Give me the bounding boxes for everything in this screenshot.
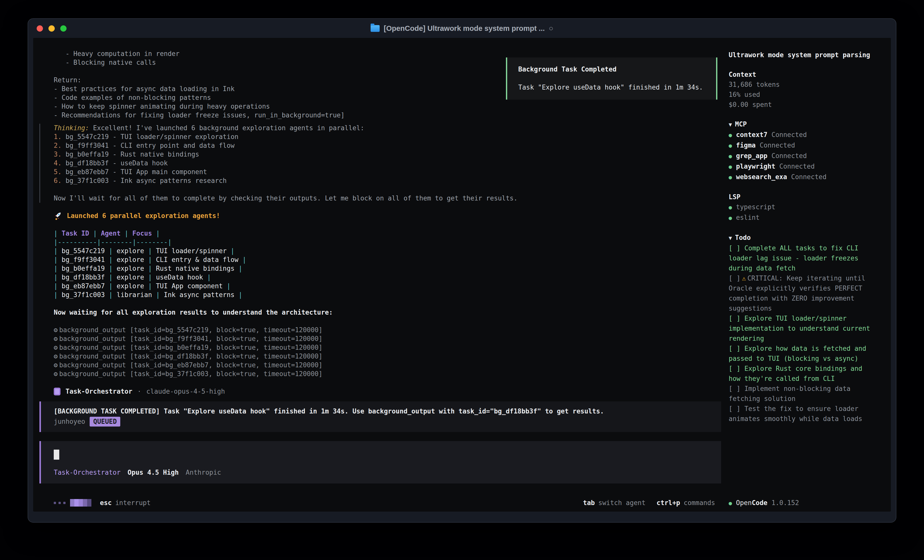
todo-item: [ ] Test the fix to ensure loader animat…	[729, 404, 878, 424]
composer-agent[interactable]: Task-Orchestrator	[54, 468, 120, 477]
queued-user: junhoyeo	[54, 417, 85, 426]
composer-model[interactable]: Opus 4.5 High	[128, 468, 179, 477]
tool-call-list: ⚙background_output [task_id=bg_5547c219,…	[54, 326, 721, 378]
table-row: |bg_5547c219|explore|TUI loader/spinner|	[54, 247, 721, 255]
chevron-down-icon[interactable]: ▼	[729, 235, 732, 241]
transcript-pane[interactable]: - Heavy computation in render - Blocking…	[33, 38, 721, 512]
thinking-item: 3. bg_b0effa19 - Rust native bindings	[54, 150, 721, 159]
brand: OpenCode	[736, 499, 767, 506]
gear-icon: ⚙	[54, 335, 58, 343]
thinking-intro: Thinking: Excellent! I've launched 6 bac…	[54, 124, 721, 132]
text-cursor	[54, 449, 59, 460]
lsp-entry: ●eslint	[729, 213, 890, 223]
context-section: Context 31,686 tokens 16% used $0.00 spe…	[729, 69, 890, 110]
tool-call: ⚙background_output [task_id=bg_f9ff3041,…	[54, 334, 721, 343]
terminal-content: - Heavy computation in render - Blocking…	[33, 38, 891, 512]
mcp-entry: ●context7Connected	[729, 130, 890, 140]
mcp-entry: ●websearch_exaConnected	[729, 172, 890, 183]
status-bar: esc interrupt tab switch agent ctrl+p co…	[54, 499, 715, 506]
table-header: Focus	[128, 229, 156, 237]
background-task-toast[interactable]: Background Task Completed Task "Explore …	[506, 57, 717, 100]
title-bar: [OpenCode] Ultrawork mode system prompt …	[28, 19, 896, 38]
table-header: Task ID	[58, 229, 93, 237]
gear-icon: ⚙	[54, 352, 58, 360]
working-spinner	[54, 499, 92, 506]
terminal-window: [OpenCode] Ultrawork mode system prompt …	[28, 18, 896, 523]
prompt-input[interactable]: Task-Orchestrator Opus 4.5 High Anthropi…	[39, 441, 721, 484]
thinking-block: Thinking: Excellent! I've launched 6 bac…	[39, 124, 721, 203]
launch-banner-text: Launched 6 parallel exploration agents!	[67, 211, 220, 220]
mcp-entry: ●playwrightConnected	[729, 161, 890, 172]
commands-hint: ctrl+p commands	[657, 499, 715, 506]
tool-call: ⚙background_output [task_id=bg_b0effa19,…	[54, 343, 721, 352]
tool-call: ⚙background_output [task_id=bg_eb87ebb7,…	[54, 361, 721, 370]
context-spent: $0.00 spent	[729, 100, 890, 110]
window-title: [OpenCode] Ultrawork mode system prompt …	[370, 24, 553, 33]
lsp-heading: LSP	[729, 192, 890, 202]
agent-icon	[54, 388, 60, 395]
todo-heading[interactable]: ▼Todo	[729, 232, 890, 243]
lsp-entry: ●typescript	[729, 202, 890, 213]
gear-icon: ⚙	[54, 344, 58, 351]
background-completed-text: [BACKGROUND TASK COMPLETED] Task "Explor…	[54, 407, 714, 416]
todo-item: [ ] Explore TUI loader/spinner implement…	[729, 313, 878, 343]
context-tokens: 31,686 tokens	[729, 79, 890, 90]
transcript-line: - Heavy computation in render	[54, 49, 721, 58]
chevron-down-icon[interactable]: ▼	[729, 121, 732, 128]
rocket-icon	[54, 212, 62, 220]
folder-icon	[370, 25, 380, 32]
tool-call: ⚙background_output [task_id=bg_37f1c003,…	[54, 370, 721, 378]
version-number: 1.0.152	[772, 499, 799, 506]
table-separator: |----------|--------|--------|	[54, 238, 721, 247]
context-heading: Context	[729, 69, 890, 79]
todo-list: [ ] Complete ALL tasks to fix CLI loader…	[729, 243, 878, 424]
status-dot-icon: ●	[729, 202, 732, 213]
table-row: |bg_df18bb3f|explore|useData hook|	[54, 273, 721, 282]
waiting-line: Now waiting for all exploration results …	[54, 308, 721, 317]
background-completed-message: [BACKGROUND TASK COMPLETED] Task "Explor…	[39, 401, 721, 432]
todo-section: ▼Todo [ ] Complete ALL tasks to fix CLI …	[729, 232, 890, 424]
app-version: ● OpenCode 1.0.152	[729, 499, 799, 506]
status-dot-icon: ●	[729, 151, 732, 161]
todo-item: [ ] Complete ALL tasks to fix CLI loader…	[729, 243, 878, 273]
gear-icon: ⚙	[54, 370, 58, 377]
thinking-item: 5. bg_eb87ebb7 - TUI App main component	[54, 168, 721, 177]
composer-provider: Anthropic	[186, 468, 221, 477]
transcript-line: - How to keep spinner animating during h…	[54, 102, 721, 111]
window-title-text: [OpenCode] Ultrawork mode system prompt …	[384, 24, 544, 33]
mcp-entry: ●grep_appConnected	[729, 151, 890, 161]
thinking-label: Thinking:	[54, 124, 89, 132]
close-button[interactable]	[37, 25, 43, 31]
context-used: 16% used	[729, 90, 890, 100]
mcp-heading[interactable]: ▼MCP	[729, 119, 890, 130]
agent-status-line: Task-Orchestrator · claude-opus-4-5-high	[54, 387, 721, 396]
todo-item: [ ] Explore Rust core bindings and how t…	[729, 364, 878, 383]
zoom-button[interactable]	[60, 25, 66, 31]
gear-icon: ⚙	[54, 361, 58, 369]
toast-title: Background Task Completed	[518, 65, 716, 74]
minimize-button[interactable]	[48, 25, 55, 31]
agent-name: Task-Orchestrator	[66, 387, 132, 396]
status-dot-icon: ●	[729, 130, 732, 140]
status-dot-icon: ●	[729, 162, 732, 172]
status-dot-icon: ●	[729, 172, 732, 183]
todo-item: [ ] Explore how data is fetched and pass…	[729, 343, 878, 364]
sidebar: Ultrawork mode system prompt parsing Con…	[729, 38, 890, 512]
table-header-row: |Task ID|Agent|Focus|	[54, 229, 721, 238]
proxy-circle-icon: ○	[549, 24, 554, 33]
warning-icon: ⚠	[742, 274, 746, 282]
dot-separator: ·	[137, 387, 141, 396]
thinking-item: 2. bg_f9ff3041 - CLI entry point and dat…	[54, 141, 721, 150]
mcp-section: ▼MCP ●context7Connected ●figmaConnected …	[729, 119, 890, 183]
table-header: Agent	[97, 229, 124, 237]
launch-banner: Launched 6 parallel exploration agents!	[54, 211, 721, 220]
tool-call: ⚙background_output [task_id=bg_df18bb3f,…	[54, 352, 721, 361]
gear-icon: ⚙	[54, 326, 58, 334]
agent-model: claude-opus-4-5-high	[146, 387, 225, 396]
agents-table: |Task ID|Agent|Focus| |----------|------…	[54, 229, 721, 299]
toast-body: Task "Explore useData hook" finished in …	[518, 83, 716, 92]
todo-item: [ ] Implement non-blocking data fetching…	[729, 383, 878, 404]
thinking-outro: Now I'll wait for all of them to complet…	[54, 194, 721, 203]
thinking-item: 6. bg_37f1c003 - Ink async patterns rese…	[54, 177, 721, 185]
tab-hint: tab switch agent	[583, 499, 645, 506]
